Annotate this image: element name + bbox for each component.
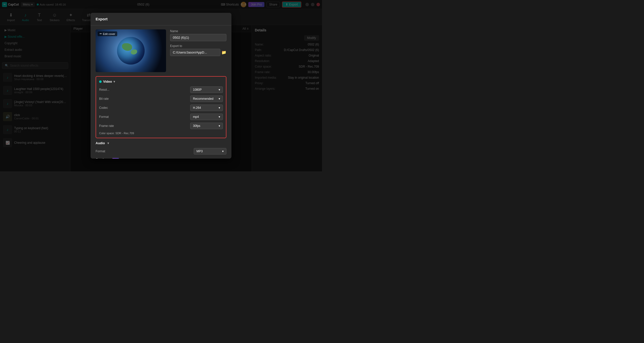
earth-land-2 [131, 50, 137, 55]
name-label: Name [170, 29, 226, 33]
format-chevron: ▾ [219, 115, 220, 119]
export-to-field: Export to C:/Users/Jason/AppD... 📁 [170, 44, 226, 56]
pro-badge: PRO [112, 158, 119, 159]
resolution-value: 1080P [193, 88, 202, 91]
edit-cover-button[interactable]: ✏ Edit cover [98, 31, 117, 36]
framerate-chevron: ▾ [219, 124, 220, 128]
codec-row: Codec H.264 ▾ [99, 105, 223, 111]
resolution-chevron: ▾ [219, 88, 220, 91]
name-input[interactable] [170, 34, 226, 41]
codec-chevron: ▾ [219, 106, 220, 110]
format-select[interactable]: mp4 ▾ [190, 114, 223, 120]
bitrate-select[interactable]: Recommended ▾ [190, 95, 223, 102]
export-to-value: C:/Users/Jason/AppD... [173, 51, 207, 54]
codec-label: Codec [99, 106, 108, 110]
captions-section-header: Captions PRO ▾ [96, 158, 226, 159]
codec-select[interactable]: H.264 ▾ [190, 105, 223, 111]
audio-format-row: Format MP3 ▾ [96, 148, 226, 155]
cover-section: ✏ Edit cover Name Export to C:/Users/Jas… [96, 29, 226, 72]
framerate-label: Frame rate [99, 124, 114, 128]
bitrate-row: Bit rate Recommended ▾ [99, 95, 223, 102]
export-to-select[interactable]: C:/Users/Jason/AppD... [170, 49, 220, 56]
modal-title: Export [96, 17, 108, 21]
framerate-value: 30fps [193, 124, 200, 128]
bitrate-chevron: ▾ [219, 97, 220, 101]
video-dot [99, 80, 102, 83]
earth-graphic [117, 37, 145, 65]
earth-land-1 [122, 43, 132, 51]
framerate-row: Frame rate 30fps ▾ [99, 123, 223, 129]
captions-label: Captions [96, 158, 110, 159]
video-label: Video [103, 80, 112, 83]
export-modal: Export ✏ Edit cover [91, 13, 231, 159]
video-settings-section: Video ▾ Resol... 1080P ▾ Bit rate Recomm… [96, 76, 226, 138]
audio-section: Audio ▾ Format MP3 ▾ [96, 141, 226, 155]
format-row: Format mp4 ▾ [99, 114, 223, 120]
cover-preview: ✏ Edit cover [96, 29, 166, 72]
bitrate-value: Recommended [193, 97, 213, 101]
modal-header: Export [91, 13, 231, 25]
audio-section-header: Audio ▾ [96, 141, 226, 145]
bitrate-label: Bit rate [99, 97, 109, 101]
resolution-label: Resol... [99, 88, 109, 91]
resolution-select[interactable]: 1080P ▾ [190, 86, 223, 93]
format-value: mp4 [193, 115, 199, 119]
color-space-text: Color space: SDR - Rec.709 [99, 132, 223, 135]
edit-icon: ✏ [100, 32, 102, 35]
export-to-label: Export to [170, 44, 226, 48]
audio-format-select[interactable]: MP3 ▾ [194, 148, 226, 155]
format-label: Format [99, 115, 109, 119]
captions-section: Captions PRO ▾ Format SRT ▾ [96, 158, 226, 159]
codec-value: H.264 [193, 106, 201, 110]
audio-format-value: MP3 [196, 150, 203, 153]
audio-section-label: Audio [96, 141, 105, 145]
audio-format-label: Format [96, 150, 105, 153]
folder-button[interactable]: 📁 [221, 50, 226, 55]
captions-chevron: ▾ [122, 158, 123, 159]
export-fields: Name Export to C:/Users/Jason/AppD... 📁 [170, 29, 226, 72]
modal-overlay: Export ✏ Edit cover [0, 0, 322, 171]
resolution-row: Resol... 1080P ▾ [99, 86, 223, 93]
audio-format-chevron: ▾ [222, 150, 224, 153]
video-chevron: ▾ [113, 80, 115, 83]
audio-chevron: ▾ [107, 141, 109, 145]
framerate-select[interactable]: 30fps ▾ [190, 123, 223, 129]
video-section-header: Video ▾ [99, 80, 223, 83]
modal-body: ✏ Edit cover Name Export to C:/Users/Jas… [91, 25, 231, 159]
name-field: Name [170, 29, 226, 41]
edit-cover-label: Edit cover [103, 32, 115, 35]
